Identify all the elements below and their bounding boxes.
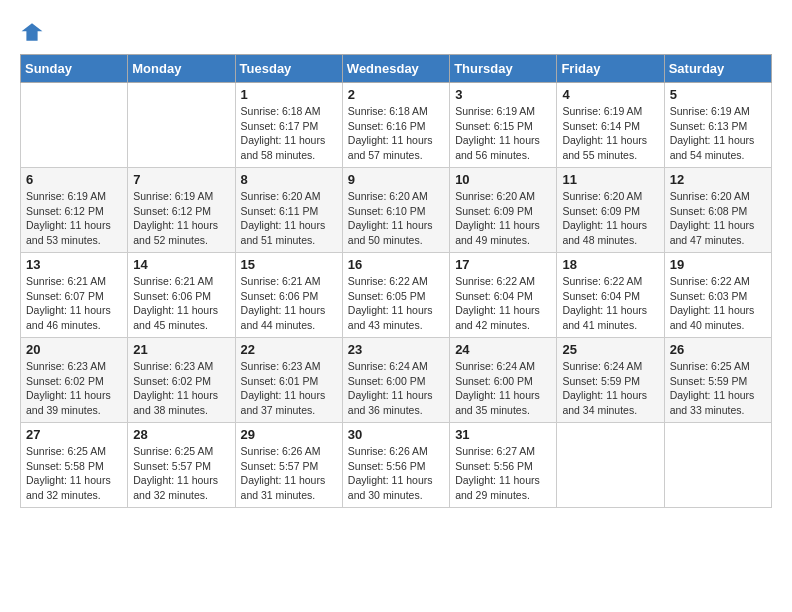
calendar-cell: 13Sunrise: 6:21 AMSunset: 6:07 PMDayligh… xyxy=(21,253,128,338)
day-info: Sunrise: 6:19 AMSunset: 6:13 PMDaylight:… xyxy=(670,104,766,163)
day-info: Sunrise: 6:18 AMSunset: 6:16 PMDaylight:… xyxy=(348,104,444,163)
day-number: 2 xyxy=(348,87,444,102)
day-number: 27 xyxy=(26,427,122,442)
calendar-cell: 6Sunrise: 6:19 AMSunset: 6:12 PMDaylight… xyxy=(21,168,128,253)
day-info: Sunrise: 6:26 AMSunset: 5:57 PMDaylight:… xyxy=(241,444,337,503)
calendar-cell xyxy=(557,423,664,508)
calendar-cell: 24Sunrise: 6:24 AMSunset: 6:00 PMDayligh… xyxy=(450,338,557,423)
weekday-header: Friday xyxy=(557,55,664,83)
day-number: 16 xyxy=(348,257,444,272)
day-number: 28 xyxy=(133,427,229,442)
day-number: 10 xyxy=(455,172,551,187)
calendar-cell: 12Sunrise: 6:20 AMSunset: 6:08 PMDayligh… xyxy=(664,168,771,253)
calendar-cell: 4Sunrise: 6:19 AMSunset: 6:14 PMDaylight… xyxy=(557,83,664,168)
calendar-cell: 3Sunrise: 6:19 AMSunset: 6:15 PMDaylight… xyxy=(450,83,557,168)
day-info: Sunrise: 6:19 AMSunset: 6:12 PMDaylight:… xyxy=(26,189,122,248)
day-number: 9 xyxy=(348,172,444,187)
calendar-cell: 7Sunrise: 6:19 AMSunset: 6:12 PMDaylight… xyxy=(128,168,235,253)
day-info: Sunrise: 6:22 AMSunset: 6:04 PMDaylight:… xyxy=(562,274,658,333)
day-number: 4 xyxy=(562,87,658,102)
calendar-cell xyxy=(664,423,771,508)
calendar-cell: 9Sunrise: 6:20 AMSunset: 6:10 PMDaylight… xyxy=(342,168,449,253)
day-number: 31 xyxy=(455,427,551,442)
calendar-cell xyxy=(128,83,235,168)
calendar-week-row: 20Sunrise: 6:23 AMSunset: 6:02 PMDayligh… xyxy=(21,338,772,423)
day-info: Sunrise: 6:21 AMSunset: 6:07 PMDaylight:… xyxy=(26,274,122,333)
calendar-cell: 5Sunrise: 6:19 AMSunset: 6:13 PMDaylight… xyxy=(664,83,771,168)
day-number: 5 xyxy=(670,87,766,102)
day-number: 21 xyxy=(133,342,229,357)
calendar-week-row: 6Sunrise: 6:19 AMSunset: 6:12 PMDaylight… xyxy=(21,168,772,253)
calendar-cell: 10Sunrise: 6:20 AMSunset: 6:09 PMDayligh… xyxy=(450,168,557,253)
day-number: 17 xyxy=(455,257,551,272)
day-info: Sunrise: 6:25 AMSunset: 5:58 PMDaylight:… xyxy=(26,444,122,503)
day-number: 22 xyxy=(241,342,337,357)
calendar-cell: 16Sunrise: 6:22 AMSunset: 6:05 PMDayligh… xyxy=(342,253,449,338)
calendar-cell: 19Sunrise: 6:22 AMSunset: 6:03 PMDayligh… xyxy=(664,253,771,338)
svg-marker-0 xyxy=(22,23,43,41)
day-info: Sunrise: 6:19 AMSunset: 6:15 PMDaylight:… xyxy=(455,104,551,163)
calendar-cell: 18Sunrise: 6:22 AMSunset: 6:04 PMDayligh… xyxy=(557,253,664,338)
day-info: Sunrise: 6:20 AMSunset: 6:09 PMDaylight:… xyxy=(562,189,658,248)
calendar-cell: 25Sunrise: 6:24 AMSunset: 5:59 PMDayligh… xyxy=(557,338,664,423)
day-number: 20 xyxy=(26,342,122,357)
calendar-cell: 31Sunrise: 6:27 AMSunset: 5:56 PMDayligh… xyxy=(450,423,557,508)
day-number: 7 xyxy=(133,172,229,187)
day-number: 30 xyxy=(348,427,444,442)
day-info: Sunrise: 6:25 AMSunset: 5:57 PMDaylight:… xyxy=(133,444,229,503)
calendar-cell: 8Sunrise: 6:20 AMSunset: 6:11 PMDaylight… xyxy=(235,168,342,253)
day-number: 25 xyxy=(562,342,658,357)
day-number: 26 xyxy=(670,342,766,357)
day-info: Sunrise: 6:19 AMSunset: 6:14 PMDaylight:… xyxy=(562,104,658,163)
day-info: Sunrise: 6:25 AMSunset: 5:59 PMDaylight:… xyxy=(670,359,766,418)
day-info: Sunrise: 6:22 AMSunset: 6:04 PMDaylight:… xyxy=(455,274,551,333)
calendar-cell xyxy=(21,83,128,168)
calendar-cell: 21Sunrise: 6:23 AMSunset: 6:02 PMDayligh… xyxy=(128,338,235,423)
day-number: 13 xyxy=(26,257,122,272)
weekday-header: Wednesday xyxy=(342,55,449,83)
day-number: 24 xyxy=(455,342,551,357)
day-info: Sunrise: 6:21 AMSunset: 6:06 PMDaylight:… xyxy=(241,274,337,333)
calendar-cell: 23Sunrise: 6:24 AMSunset: 6:00 PMDayligh… xyxy=(342,338,449,423)
day-number: 14 xyxy=(133,257,229,272)
day-info: Sunrise: 6:22 AMSunset: 6:05 PMDaylight:… xyxy=(348,274,444,333)
day-info: Sunrise: 6:19 AMSunset: 6:12 PMDaylight:… xyxy=(133,189,229,248)
day-number: 15 xyxy=(241,257,337,272)
calendar-cell: 2Sunrise: 6:18 AMSunset: 6:16 PMDaylight… xyxy=(342,83,449,168)
calendar-cell: 30Sunrise: 6:26 AMSunset: 5:56 PMDayligh… xyxy=(342,423,449,508)
calendar-table: SundayMondayTuesdayWednesdayThursdayFrid… xyxy=(20,54,772,508)
weekday-header: Thursday xyxy=(450,55,557,83)
day-info: Sunrise: 6:24 AMSunset: 6:00 PMDaylight:… xyxy=(348,359,444,418)
calendar-cell: 11Sunrise: 6:20 AMSunset: 6:09 PMDayligh… xyxy=(557,168,664,253)
weekday-header: Monday xyxy=(128,55,235,83)
calendar-cell: 26Sunrise: 6:25 AMSunset: 5:59 PMDayligh… xyxy=(664,338,771,423)
day-number: 6 xyxy=(26,172,122,187)
logo-icon xyxy=(20,20,44,44)
calendar-cell: 22Sunrise: 6:23 AMSunset: 6:01 PMDayligh… xyxy=(235,338,342,423)
day-info: Sunrise: 6:26 AMSunset: 5:56 PMDaylight:… xyxy=(348,444,444,503)
weekday-header: Saturday xyxy=(664,55,771,83)
day-info: Sunrise: 6:21 AMSunset: 6:06 PMDaylight:… xyxy=(133,274,229,333)
calendar-cell: 17Sunrise: 6:22 AMSunset: 6:04 PMDayligh… xyxy=(450,253,557,338)
calendar-week-row: 1Sunrise: 6:18 AMSunset: 6:17 PMDaylight… xyxy=(21,83,772,168)
day-info: Sunrise: 6:20 AMSunset: 6:10 PMDaylight:… xyxy=(348,189,444,248)
day-info: Sunrise: 6:24 AMSunset: 6:00 PMDaylight:… xyxy=(455,359,551,418)
day-number: 11 xyxy=(562,172,658,187)
day-info: Sunrise: 6:20 AMSunset: 6:09 PMDaylight:… xyxy=(455,189,551,248)
calendar-week-row: 27Sunrise: 6:25 AMSunset: 5:58 PMDayligh… xyxy=(21,423,772,508)
day-info: Sunrise: 6:20 AMSunset: 6:08 PMDaylight:… xyxy=(670,189,766,248)
day-info: Sunrise: 6:18 AMSunset: 6:17 PMDaylight:… xyxy=(241,104,337,163)
calendar-cell: 20Sunrise: 6:23 AMSunset: 6:02 PMDayligh… xyxy=(21,338,128,423)
calendar-cell: 14Sunrise: 6:21 AMSunset: 6:06 PMDayligh… xyxy=(128,253,235,338)
day-number: 19 xyxy=(670,257,766,272)
calendar-cell: 15Sunrise: 6:21 AMSunset: 6:06 PMDayligh… xyxy=(235,253,342,338)
weekday-header: Tuesday xyxy=(235,55,342,83)
day-info: Sunrise: 6:20 AMSunset: 6:11 PMDaylight:… xyxy=(241,189,337,248)
day-info: Sunrise: 6:24 AMSunset: 5:59 PMDaylight:… xyxy=(562,359,658,418)
logo xyxy=(20,20,48,44)
day-number: 12 xyxy=(670,172,766,187)
calendar-cell: 29Sunrise: 6:26 AMSunset: 5:57 PMDayligh… xyxy=(235,423,342,508)
day-number: 18 xyxy=(562,257,658,272)
day-number: 3 xyxy=(455,87,551,102)
calendar-cell: 28Sunrise: 6:25 AMSunset: 5:57 PMDayligh… xyxy=(128,423,235,508)
